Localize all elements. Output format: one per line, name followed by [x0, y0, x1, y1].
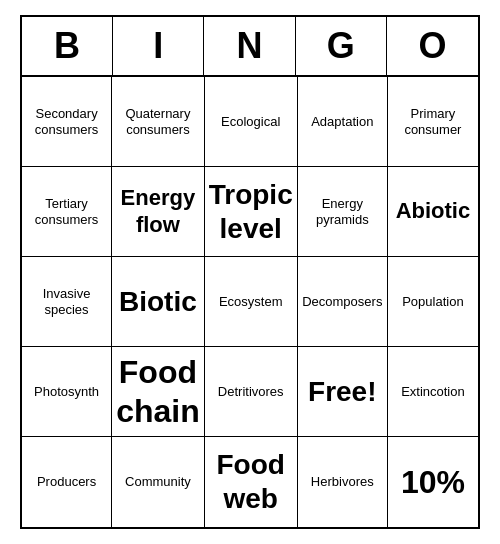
bingo-cell: Abiotic [388, 167, 478, 257]
bingo-cell: Food web [205, 437, 298, 527]
cell-label: Abiotic [396, 198, 471, 224]
cell-label: Biotic [119, 285, 197, 319]
bingo-cell: Detritivores [205, 347, 298, 437]
cell-label: Detritivores [218, 384, 284, 400]
bingo-cell: Adaptation [298, 77, 388, 167]
bingo-cell: Free! [298, 347, 388, 437]
bingo-cell: Producers [22, 437, 112, 527]
cell-label: Invasive species [26, 286, 107, 317]
cell-label: Decomposers [302, 294, 382, 310]
bingo-card: BINGO Secondary consumersQuaternary cons… [20, 15, 480, 529]
bingo-cell: 10% [388, 437, 478, 527]
cell-label: Herbivores [311, 474, 374, 490]
header-letter-I: I [113, 17, 204, 75]
bingo-cell: Biotic [112, 257, 205, 347]
header-letter-B: B [22, 17, 113, 75]
cell-label: Food chain [116, 353, 200, 430]
cell-label: Quaternary consumers [116, 106, 200, 137]
bingo-cell: Ecological [205, 77, 298, 167]
bingo-cell: Ecosystem [205, 257, 298, 347]
cell-label: Energy pyramids [302, 196, 383, 227]
bingo-cell: Invasive species [22, 257, 112, 347]
header-letter-O: O [387, 17, 478, 75]
bingo-cell: Photosynth [22, 347, 112, 437]
bingo-grid: Secondary consumersQuaternary consumersE… [22, 77, 478, 527]
bingo-cell: Secondary consumers [22, 77, 112, 167]
cell-label: Population [402, 294, 463, 310]
cell-label: Ecosystem [219, 294, 283, 310]
bingo-cell: Energy flow [112, 167, 205, 257]
bingo-cell: Food chain [112, 347, 205, 437]
cell-label: Extincotion [401, 384, 465, 400]
cell-label: Photosynth [34, 384, 99, 400]
header-letter-N: N [204, 17, 295, 75]
cell-label: Secondary consumers [26, 106, 107, 137]
cell-label: 10% [401, 463, 465, 501]
bingo-cell: Quaternary consumers [112, 77, 205, 167]
cell-label: Community [125, 474, 191, 490]
bingo-cell: Population [388, 257, 478, 347]
bingo-cell: Tertiary consumers [22, 167, 112, 257]
bingo-cell: Herbivores [298, 437, 388, 527]
bingo-cell: Decomposers [298, 257, 388, 347]
cell-label: Energy flow [116, 185, 200, 238]
cell-label: Adaptation [311, 114, 373, 130]
cell-label: Tropic level [209, 178, 293, 245]
cell-label: Primary consumer [392, 106, 474, 137]
bingo-cell: Energy pyramids [298, 167, 388, 257]
bingo-header: BINGO [22, 17, 478, 77]
cell-label: Ecological [221, 114, 280, 130]
bingo-cell: Extincotion [388, 347, 478, 437]
bingo-cell: Primary consumer [388, 77, 478, 167]
bingo-cell: Tropic level [205, 167, 298, 257]
cell-label: Tertiary consumers [26, 196, 107, 227]
cell-label: Free! [308, 375, 376, 409]
header-letter-G: G [296, 17, 387, 75]
cell-label: Food web [209, 448, 293, 515]
cell-label: Producers [37, 474, 96, 490]
bingo-cell: Community [112, 437, 205, 527]
